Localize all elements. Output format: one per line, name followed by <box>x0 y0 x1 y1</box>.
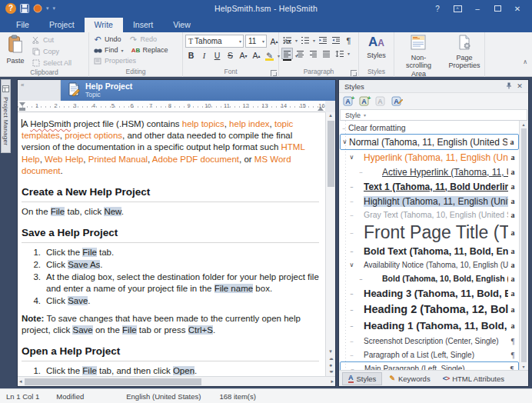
doc-link[interactable]: help index <box>229 119 269 128</box>
cut-button[interactable]: Cut <box>30 35 73 45</box>
minimize-button[interactable]: – <box>467 1 487 16</box>
pin-icon[interactable] <box>504 82 514 91</box>
chevron-down-icon[interactable]: ∨ <box>347 154 356 161</box>
scroll-up-icon[interactable]: ▴ <box>522 122 524 127</box>
vertical-scrollbar[interactable]: ▴ ▾ ▴▴ ● ▾▾ <box>325 112 335 376</box>
topic-header[interactable]: Help Project Topic <box>61 80 335 101</box>
chevron-down-icon[interactable]: ▾ <box>313 38 315 43</box>
page-properties-button[interactable]: PageProperties <box>447 34 482 71</box>
increase-indent-button[interactable] <box>330 35 341 46</box>
scroll-down-icon[interactable]: ▾ <box>522 364 524 369</box>
non-scrolling-area-button[interactable]: Non-scrollingArea <box>397 34 441 78</box>
topic-header-collapse[interactable]: « <box>18 80 61 101</box>
paragraph-dialog-launcher-icon[interactable] <box>351 70 357 76</box>
style-item-bold-tahoma-10-bold-english-un[interactable]: –Bold (Tahoma, 10, Bold, English (United… <box>340 271 519 285</box>
style-item-screenshot-description-center-[interactable]: –Screenshot Description (Center, Single)… <box>340 334 519 348</box>
next-page-icon[interactable]: ▾▾ <box>329 369 331 374</box>
style-item-active-hyperlink-tahoma-11-und[interactable]: –Active Hyperlink (Tahoma, 11, Underline… <box>340 165 519 179</box>
chevron-down-icon[interactable]: ∨ <box>341 138 349 145</box>
style-item-front-page-title-tah[interactable]: –Front Page Title (Tah...a <box>340 221 519 244</box>
numbering-button[interactable] <box>299 35 311 46</box>
align-center-button[interactable] <box>294 48 306 59</box>
scrollbar-thumb[interactable] <box>25 378 201 385</box>
ribbon-tab-insert[interactable]: Insert <box>123 18 163 32</box>
add-substyle-button[interactable]: A+ <box>359 95 371 107</box>
style-item-availability-notice-tahoma-10-[interactable]: ∨Availability Notice (Tahoma, 10, Englis… <box>340 258 519 271</box>
chevron-down-icon[interactable]: ▾ <box>262 38 264 44</box>
undo-button[interactable]: ↶ Undo <box>91 34 123 45</box>
helpsmith-logo-icon[interactable]: ? <box>5 3 16 14</box>
line-spacing-button[interactable] <box>334 48 345 59</box>
style-item-normal-tahoma-11-english-unite[interactable]: ∨Normal (Tahoma, 11, English (United Sta… <box>340 134 519 150</box>
align-right-button[interactable] <box>308 48 319 59</box>
chevron-down-icon[interactable]: ▾ <box>46 5 49 12</box>
horizontal-scrollbar[interactable]: ◂ ▸ <box>18 376 335 386</box>
chevron-down-icon[interactable]: ∨ <box>347 261 356 268</box>
properties-button[interactable]: Properties <box>91 55 138 66</box>
add-style-button[interactable]: A+ <box>343 95 355 107</box>
style-column-header[interactable]: Style ▾ <box>340 109 527 121</box>
collapse-ribbon-icon[interactable]: ∧ <box>523 58 527 65</box>
style-item-paragraph-of-a-list-left-singl[interactable]: –Paragraph of a List (Left, Single)¶ <box>340 348 519 361</box>
scroll-down-icon[interactable]: ▾ <box>329 348 332 355</box>
doc-link[interactable]: Web Help <box>45 155 83 164</box>
decrease-indent-button[interactable] <box>317 35 328 46</box>
panel-tab-keywords[interactable]: ✎Keywords <box>384 372 435 385</box>
style-item-bold-text-tahoma-11-bold-engli[interactable]: –Bold Text (Tahoma, 11, Bold, English (.… <box>340 244 519 258</box>
style-item-gray-text-tahoma-10-english-un[interactable]: –Gray Text (Tahoma, 10, English (United … <box>340 208 519 221</box>
help-button[interactable]: ? <box>427 1 447 16</box>
doc-link[interactable]: help topics <box>182 119 224 128</box>
chevron-down-icon[interactable]: ▾ <box>121 48 124 53</box>
highlight-color-button[interactable]: ✎ <box>264 49 275 62</box>
save-icon[interactable] <box>20 4 29 13</box>
select-all-button[interactable]: Select All <box>30 58 73 68</box>
replace-button[interactable]: AB Replace <box>130 45 170 55</box>
project-manager-tab[interactable]: Project Manager <box>1 79 11 153</box>
scroll-up-icon[interactable]: ▴ <box>329 112 332 118</box>
select-browse-object-icon[interactable]: ● <box>329 362 332 368</box>
previous-page-icon[interactable]: ▴▴ <box>329 356 331 361</box>
close-button[interactable]: ✕ <box>507 1 527 16</box>
left-indent-marker[interactable] <box>19 108 25 111</box>
style-item-hyperlink-tahoma-11-english-un[interactable]: ∨Hyperlink (Tahoma, 11, English (United … <box>340 150 519 165</box>
ribbon-tab-write[interactable]: Write <box>85 18 123 32</box>
doc-link[interactable]: Adobe PDF document <box>152 155 239 164</box>
ribbon-tab-file[interactable]: File <box>6 18 39 32</box>
bold-button[interactable]: B <box>185 49 197 62</box>
language-indicator[interactable]: English (United States) <box>126 392 201 401</box>
style-item-text-1-tahoma-11-bold-underlin[interactable]: –Text 1 (Tahoma, 11, Bold Underline, E..… <box>340 179 519 194</box>
ribbon-tab-project[interactable]: Project <box>39 18 85 32</box>
doc-link[interactable]: project options <box>65 131 122 140</box>
panel-tab-styles[interactable]: AStyles <box>342 372 382 385</box>
style-item-heading-1-tahoma-11-bold-engli[interactable]: –Heading 1 (Tahoma, 11, Bold, English (U… <box>340 318 519 334</box>
ribbon-display-options-button[interactable]: ˄ <box>447 1 467 16</box>
style-item-heading-3-tahoma-11-bold-engli[interactable]: –Heading 3 (Tahoma, 11, Bold, English (U… <box>340 285 519 301</box>
style-item-main-paragraph-left-single[interactable]: –Main Paragraph (Left, Single)¶ <box>340 361 519 370</box>
styles-button[interactable]: AA Styles <box>364 34 390 60</box>
find-button[interactable]: Find ▾ <box>91 45 125 55</box>
copy-button[interactable]: Copy <box>30 46 73 57</box>
superscript-button[interactable]: A▴ <box>251 49 262 62</box>
subscript-button[interactable]: A▾ <box>238 49 249 62</box>
chevron-down-icon[interactable]: ▾ <box>295 38 298 43</box>
pilcrow-button[interactable]: ¶ <box>343 35 354 46</box>
chevron-down-icon[interactable]: ▾ <box>239 38 241 44</box>
font-dialog-launcher-icon[interactable] <box>271 70 277 76</box>
bullets-button[interactable] <box>281 35 293 46</box>
close-icon[interactable]: ✕ <box>514 82 525 90</box>
document-content[interactable]: A HelpSmith project file (.HSM) contains… <box>18 112 325 376</box>
paste-button[interactable]: Paste <box>2 34 28 65</box>
style-item-highlight-tahoma-11-english-un[interactable]: –Highlight (Tahoma, 11, English (United … <box>340 194 519 208</box>
redo-button[interactable]: ↷ Redo <box>128 34 159 45</box>
compile-icon[interactable] <box>33 4 42 13</box>
doc-link[interactable]: Printed Manual <box>88 155 148 164</box>
chevron-down-icon[interactable]: ▾ <box>347 51 350 56</box>
style-item-clear-formatting[interactable]: –Clear formatting <box>340 122 519 134</box>
strikethrough-button[interactable]: S <box>224 49 236 62</box>
scroll-left-icon[interactable]: ◂ <box>19 378 22 385</box>
grow-font-button[interactable]: A▴ <box>268 35 280 48</box>
justify-button[interactable] <box>321 48 332 59</box>
scrollbar-thumb[interactable] <box>328 121 334 187</box>
scrollbar-thumb[interactable] <box>521 128 527 362</box>
scroll-right-icon[interactable]: ▸ <box>331 378 334 385</box>
